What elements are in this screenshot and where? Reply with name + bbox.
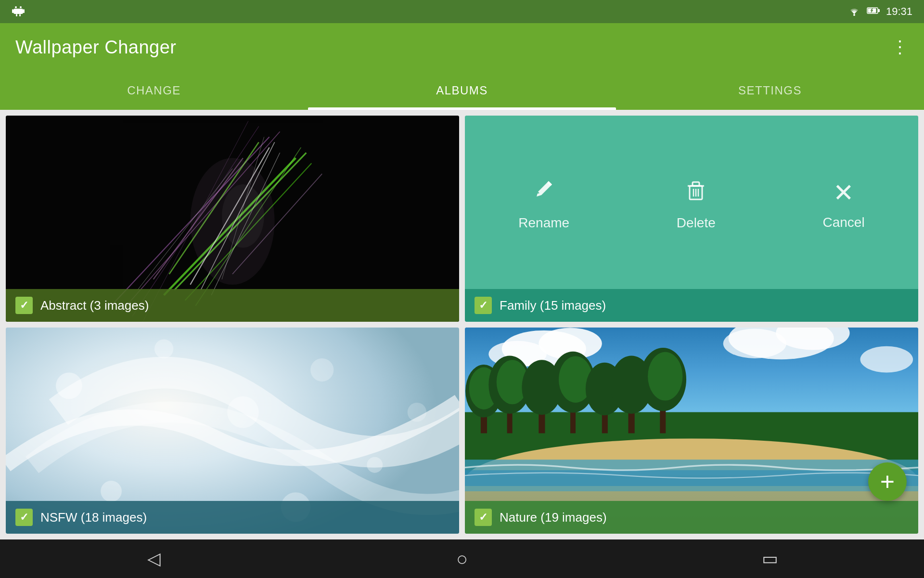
family-actions-overlay: Rename Delete ✕ Cancel	[465, 116, 918, 293]
svg-rect-3	[12, 9, 13, 13]
album-card-abstract[interactable]: Abstract (3 images)	[6, 116, 459, 322]
tab-change[interactable]: CHANGE	[0, 71, 308, 110]
svg-rect-9	[878, 9, 880, 12]
svg-point-37	[56, 373, 82, 399]
app-bar: Wallpaper Changer ⋮	[0, 23, 924, 71]
rename-icon	[532, 178, 556, 208]
delete-button[interactable]: Delete	[677, 178, 716, 231]
svg-point-73	[648, 352, 682, 401]
svg-rect-2	[13, 9, 23, 14]
delete-label: Delete	[677, 215, 716, 231]
rename-label: Rename	[518, 215, 569, 231]
checkbox-abstract[interactable]	[15, 297, 33, 314]
album-label-family: Family (15 images)	[465, 289, 918, 322]
svg-point-42	[101, 481, 122, 502]
album-card-family[interactable]: Rename Delete ✕ Cancel	[465, 116, 918, 322]
android-icon	[12, 3, 25, 20]
svg-rect-32	[693, 182, 699, 186]
app-title: Wallpaper Changer	[15, 37, 177, 58]
album-card-nature[interactable]: Nature (19 images)	[465, 328, 918, 534]
svg-point-38	[154, 340, 173, 358]
tab-settings[interactable]: SETTINGS	[616, 71, 924, 110]
tab-bar: CHANGE ALBUMS SETTINGS	[0, 71, 924, 110]
album-label-nsfw: NSFW (18 images)	[6, 501, 459, 534]
nav-bar: ◁ ○ ▭	[0, 539, 924, 578]
svg-rect-5	[16, 14, 17, 16]
svg-point-7	[853, 14, 855, 16]
album-label-nature: Nature (19 images)	[465, 501, 918, 534]
tab-albums[interactable]: ALBUMS	[308, 71, 616, 110]
more-vert-icon[interactable]: ⋮	[891, 37, 909, 57]
svg-point-52	[860, 346, 913, 373]
wifi-icon	[847, 5, 861, 18]
cancel-button[interactable]: ✕ Cancel	[822, 178, 864, 230]
checkbox-family[interactable]	[475, 297, 492, 314]
add-album-fab[interactable]: +	[868, 462, 907, 501]
svg-point-40	[310, 358, 334, 381]
album-card-nsfw[interactable]: NSFW (18 images)	[6, 328, 459, 534]
delete-icon	[684, 178, 708, 208]
cancel-icon: ✕	[833, 178, 854, 207]
svg-point-41	[367, 457, 383, 473]
add-icon: +	[880, 469, 895, 494]
svg-rect-4	[23, 9, 25, 13]
svg-point-0	[15, 6, 17, 8]
checkbox-nature[interactable]	[475, 509, 492, 526]
time-display: 19:31	[886, 5, 912, 18]
home-button[interactable]: ○	[443, 539, 481, 578]
recents-button[interactable]: ▭	[751, 539, 789, 578]
album-label-abstract: Abstract (3 images)	[6, 289, 459, 322]
svg-point-51	[723, 329, 786, 358]
status-bar: 19:31	[0, 0, 924, 23]
svg-point-1	[20, 6, 22, 8]
rename-button[interactable]: Rename	[518, 178, 569, 231]
checkbox-nsfw[interactable]	[15, 509, 33, 526]
back-button[interactable]: ◁	[135, 539, 173, 578]
main-content: Abstract (3 images) Rename	[0, 110, 924, 539]
cancel-label: Cancel	[822, 215, 864, 230]
svg-point-29	[222, 184, 264, 248]
svg-point-39	[227, 396, 259, 428]
svg-rect-6	[19, 14, 21, 16]
battery-icon	[867, 6, 880, 17]
